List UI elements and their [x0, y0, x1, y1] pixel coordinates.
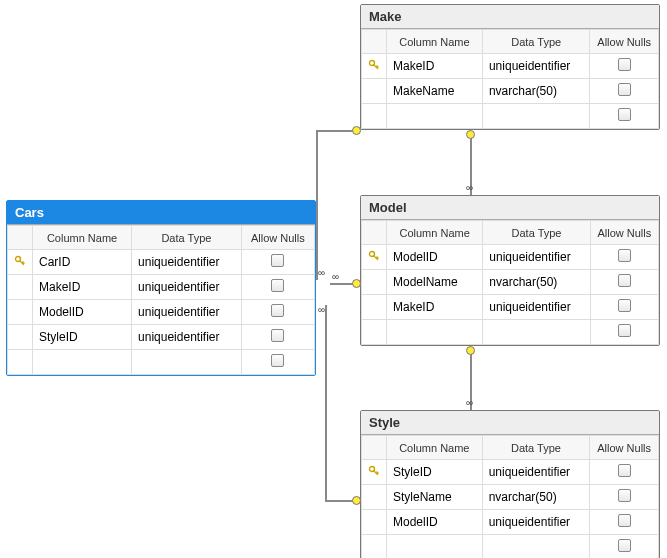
primary-key-icon	[368, 250, 380, 262]
allow-nulls-checkbox[interactable]	[618, 324, 631, 337]
allow-nulls-checkbox[interactable]	[618, 249, 631, 262]
table-row[interactable]	[362, 320, 659, 345]
table-style[interactable]: Style Column Name Data Type Allow Nulls …	[360, 410, 660, 558]
allow-nulls-checkbox[interactable]	[271, 254, 284, 267]
table-title: Cars	[7, 201, 315, 225]
header-key	[362, 221, 387, 245]
allow-nulls-checkbox[interactable]	[618, 299, 631, 312]
table-row[interactable]: StyleID uniqueidentifier	[362, 460, 659, 485]
allow-nulls-checkbox[interactable]	[271, 354, 284, 367]
allow-nulls-checkbox[interactable]	[618, 58, 631, 71]
cell-data-type	[482, 535, 590, 559]
table-title: Style	[361, 411, 659, 435]
cell-data-type: uniqueidentifier	[132, 275, 242, 300]
primary-key-icon	[14, 255, 26, 267]
header-column-name: Column Name	[387, 436, 483, 460]
allow-nulls-checkbox[interactable]	[271, 279, 284, 292]
allow-nulls-checkbox[interactable]	[618, 274, 631, 287]
allow-nulls-checkbox[interactable]	[618, 489, 631, 502]
infinity-endpoint-icon: ∞	[318, 268, 325, 278]
table-row[interactable]	[362, 535, 659, 559]
table-title: Model	[361, 196, 659, 220]
allow-nulls-checkbox[interactable]	[618, 83, 631, 96]
key-endpoint-icon	[352, 126, 361, 135]
cell-data-type: uniqueidentifier	[483, 245, 590, 270]
cell-column-name	[387, 535, 483, 559]
table-row[interactable]: ModelName nvarchar(50)	[362, 270, 659, 295]
table-row[interactable]: ModelID uniqueidentifier	[362, 510, 659, 535]
columns-grid: Column Name Data Type Allow Nulls ModelI…	[361, 220, 659, 345]
cell-data-type	[482, 104, 590, 129]
columns-grid: Column Name Data Type Allow Nulls CarID …	[7, 225, 315, 375]
cell-column-name: ModelName	[387, 270, 483, 295]
primary-key-icon	[368, 465, 380, 477]
cell-column-name: ModelID	[33, 300, 132, 325]
primary-key-icon	[368, 59, 380, 71]
header-column-name: Column Name	[33, 226, 132, 250]
header-data-type: Data Type	[482, 436, 590, 460]
allow-nulls-checkbox[interactable]	[271, 329, 284, 342]
table-row[interactable]	[362, 104, 659, 129]
header-allow-nulls: Allow Nulls	[241, 226, 314, 250]
cell-data-type: uniqueidentifier	[482, 460, 590, 485]
cell-column-name: ModelID	[387, 510, 483, 535]
table-row[interactable]: CarID uniqueidentifier	[8, 250, 315, 275]
cell-column-name: CarID	[33, 250, 132, 275]
cell-data-type: nvarchar(50)	[482, 79, 590, 104]
allow-nulls-checkbox[interactable]	[618, 514, 631, 527]
cell-column-name	[387, 320, 483, 345]
cell-data-type: uniqueidentifier	[132, 300, 242, 325]
table-row[interactable]	[8, 350, 315, 375]
cell-data-type	[483, 320, 590, 345]
table-row[interactable]: ModelID uniqueidentifier	[8, 300, 315, 325]
table-row[interactable]: ModelID uniqueidentifier	[362, 245, 659, 270]
cell-data-type: nvarchar(50)	[482, 485, 590, 510]
cell-column-name	[33, 350, 132, 375]
header-data-type: Data Type	[483, 221, 590, 245]
table-row[interactable]: MakeID uniqueidentifier	[362, 54, 659, 79]
table-row[interactable]: StyleID uniqueidentifier	[8, 325, 315, 350]
cell-data-type	[132, 350, 242, 375]
key-endpoint-icon	[466, 130, 475, 139]
table-row[interactable]: MakeID uniqueidentifier	[362, 295, 659, 320]
key-endpoint-icon	[352, 496, 361, 505]
key-endpoint-icon	[352, 279, 361, 288]
header-allow-nulls: Allow Nulls	[590, 436, 659, 460]
cell-column-name: StyleID	[387, 460, 483, 485]
allow-nulls-checkbox[interactable]	[618, 464, 631, 477]
cell-data-type: uniqueidentifier	[132, 250, 242, 275]
cell-data-type: uniqueidentifier	[483, 295, 590, 320]
cell-data-type: nvarchar(50)	[483, 270, 590, 295]
table-row[interactable]: StyleName nvarchar(50)	[362, 485, 659, 510]
table-title: Make	[361, 5, 659, 29]
key-endpoint-icon	[466, 346, 475, 355]
allow-nulls-checkbox[interactable]	[618, 539, 631, 552]
cell-data-type: uniqueidentifier	[132, 325, 242, 350]
infinity-endpoint-icon: ∞	[466, 183, 473, 193]
relationship-line[interactable]	[325, 305, 327, 500]
cell-column-name: ModelID	[387, 245, 483, 270]
header-key	[362, 30, 387, 54]
cell-column-name: StyleName	[387, 485, 483, 510]
header-column-name: Column Name	[387, 30, 483, 54]
table-row[interactable]: MakeName nvarchar(50)	[362, 79, 659, 104]
cell-data-type: uniqueidentifier	[482, 54, 590, 79]
table-row[interactable]: MakeID uniqueidentifier	[8, 275, 315, 300]
header-key	[8, 226, 33, 250]
header-column-name: Column Name	[387, 221, 483, 245]
allow-nulls-checkbox[interactable]	[618, 108, 631, 121]
table-model[interactable]: Model Column Name Data Type Allow Nulls …	[360, 195, 660, 346]
columns-grid: Column Name Data Type Allow Nulls MakeID…	[361, 29, 659, 129]
cell-column-name: MakeName	[387, 79, 483, 104]
relationship-line[interactable]	[316, 130, 318, 280]
cell-column-name: MakeID	[387, 295, 483, 320]
header-data-type: Data Type	[132, 226, 242, 250]
allow-nulls-checkbox[interactable]	[271, 304, 284, 317]
cell-column-name: MakeID	[33, 275, 132, 300]
header-data-type: Data Type	[482, 30, 590, 54]
infinity-endpoint-icon: ∞	[466, 398, 473, 408]
cell-column-name	[387, 104, 483, 129]
columns-grid: Column Name Data Type Allow Nulls StyleI…	[361, 435, 659, 558]
table-make[interactable]: Make Column Name Data Type Allow Nulls M…	[360, 4, 660, 130]
table-cars[interactable]: Cars Column Name Data Type Allow Nulls C…	[6, 200, 316, 376]
